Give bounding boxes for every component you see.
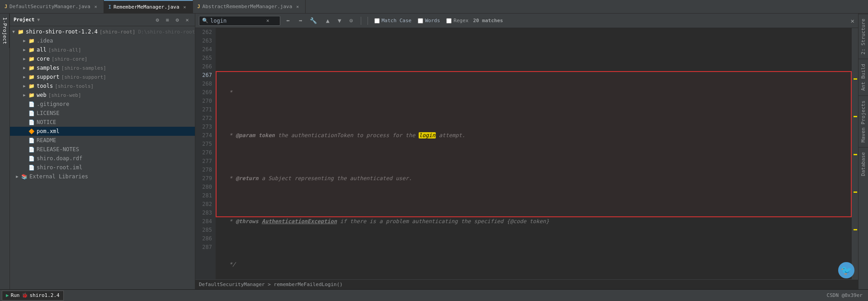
tab-icon-java: J	[5, 4, 7, 9]
tree-arrow[interactable]: ▶	[21, 82, 28, 90]
tree-item-license[interactable]: 📄 LICENSE	[10, 109, 195, 118]
side-panel-structure[interactable]: 2: Structure	[859, 14, 868, 59]
search-regex-option[interactable]: Regex	[444, 17, 470, 24]
tree-label: tools	[37, 83, 53, 89]
tree-arrow-root[interactable]: ▼	[10, 28, 17, 35]
line-num: 283	[199, 209, 212, 217]
bird-icon-button[interactable]: 🐦	[838, 262, 854, 278]
tree-item-release-notes[interactable]: 📄 RELEASE-NOTES	[10, 145, 195, 154]
tree-item-idea[interactable]: ▶ 📁 .idea	[10, 36, 195, 45]
tab-close-button[interactable]: ✕	[294, 4, 301, 10]
line-num: 277	[199, 157, 212, 166]
sidebar-settings-icon[interactable]: ⚙	[153, 16, 161, 24]
tree-item-all[interactable]: ▶ 📁 all [shiro-all]	[10, 45, 195, 54]
search-magnifier-icon[interactable]: 🔍	[202, 18, 208, 24]
file-xml-icon: 🔶	[28, 128, 35, 135]
search-options-button[interactable]: 🔧	[308, 16, 318, 26]
tab-icon-interface: I	[108, 5, 111, 10]
file-icon: 📄	[28, 100, 35, 108]
tab-close-button[interactable]: ✕	[182, 4, 188, 10]
run-label: Run	[11, 292, 20, 298]
sidebar-collapse-icon[interactable]: ≡	[163, 16, 171, 24]
regex-checkbox[interactable]	[446, 18, 452, 24]
code-line-262: *	[219, 88, 848, 97]
tree-label: web	[37, 92, 47, 98]
tree-item-core[interactable]: ▶ 📁 core [shiro-core]	[10, 54, 195, 63]
file-icon: 📄	[28, 110, 35, 117]
sidebar-gear-icon[interactable]: ⚙	[173, 16, 181, 24]
sidebar-panel-project[interactable]: 1-Project	[0, 14, 9, 48]
line-num: 265	[199, 54, 212, 62]
code-content[interactable]: * * @param token the authenticationToken…	[216, 28, 852, 279]
side-panel-ant-build[interactable]: Ant Build	[859, 59, 868, 96]
tree-item-shiro-doap[interactable]: 📄 shiro.doap.rdf	[10, 154, 195, 163]
tree-label-root: shiro-shiro-root-1.2.4	[26, 29, 98, 35]
right-side-panels: 2: Structure Ant Build Maven Projects Da…	[858, 14, 868, 289]
tree-item-notice[interactable]: 📄 NOTICE	[10, 118, 195, 127]
tree-arrow[interactable]: ▶	[21, 46, 28, 53]
tree-item-gitignore[interactable]: 📄 .gitignore	[10, 100, 195, 109]
match-case-checkbox[interactable]	[374, 18, 380, 24]
tab-default-security-manager[interactable]: J DefaultSecurityManager.java ✕	[0, 0, 104, 13]
bottom-tab-run[interactable]: ▶ Run 🐞 shiro1.2.4	[2, 291, 64, 301]
tree-label: RELEASE-NOTES	[37, 146, 79, 153]
search-nav-scroll[interactable]: ⊙	[346, 16, 356, 26]
tree-item-root[interactable]: ▼ 📁 shiro-shiro-root-1.2.4 [shiro-root] …	[10, 27, 195, 36]
search-nav-down[interactable]: ▼	[335, 16, 344, 26]
side-panel-maven[interactable]: Maven Projects	[859, 96, 868, 147]
tab-remember-me-manager[interactable]: I RememberMeManager.java ✕	[104, 0, 193, 13]
tree-item-web[interactable]: ▶ 📁 web [shiro-web]	[10, 91, 195, 100]
search-next-button[interactable]: ➡	[296, 16, 306, 26]
tree-label: shiro.doap.rdf	[37, 155, 82, 162]
search-clear-icon[interactable]: ✕	[266, 18, 269, 24]
line-num: 270	[199, 97, 212, 105]
search-prev-button[interactable]: ⬅	[283, 16, 293, 26]
tree-item-external-libraries[interactable]: ▶ 📚 External Libraries	[10, 172, 195, 181]
sidebar-close-icon[interactable]: ✕	[183, 16, 191, 24]
tree-item-readme[interactable]: 📄 README	[10, 136, 195, 145]
words-checkbox[interactable]	[418, 18, 423, 24]
line-num: 272	[199, 114, 212, 123]
search-match-case-option[interactable]: Match Case	[373, 17, 413, 24]
tree-arrow[interactable]: ▶	[21, 73, 28, 81]
tree-item-samples[interactable]: ▶ 📁 samples [shiro-samples]	[10, 63, 195, 72]
line-num: 263	[199, 37, 212, 45]
tree-item-support[interactable]: ▶ 📁 support [shiro-support]	[10, 72, 195, 81]
search-nav-up[interactable]: ▲	[323, 16, 333, 26]
file-icon: 📄	[28, 164, 35, 171]
search-bar: 🔍 ✕ ⬅ ➡ 🔧 ▲ ▼ ⊙ Match Case	[195, 14, 858, 28]
line-num: 275	[199, 140, 212, 148]
tab-abstract-remember-me-manager[interactable]: J AbstractRememberMeManager.java ✕	[193, 0, 306, 13]
tree-module-tag: [shiro-support]	[61, 74, 106, 80]
code-line-266: */	[219, 260, 848, 269]
search-close-button[interactable]: ✕	[851, 17, 854, 24]
tree-arrow[interactable]: ▶	[21, 91, 28, 99]
tree-module-tag: [shiro-root]	[99, 29, 135, 35]
match-case-label: Match Case	[382, 18, 411, 24]
line-num: 284	[199, 217, 212, 226]
tree-arrow[interactable]: ▶	[21, 55, 28, 62]
scroll-marker	[854, 116, 857, 117]
search-input[interactable]	[210, 18, 264, 24]
tree-label: External Libraries	[29, 173, 88, 180]
tree-item-pom[interactable]: 🔶 pom.xml	[10, 127, 195, 136]
tree-arrow[interactable]: ▶	[21, 37, 28, 44]
editor-scroll[interactable]: 262 263 264 265 266 267 268 269 270 271 …	[195, 28, 852, 279]
line-num: 271	[199, 105, 212, 114]
search-words-option[interactable]: Words	[416, 17, 442, 24]
tree-arrow[interactable]: ▶	[14, 173, 21, 180]
side-panel-database[interactable]: Database	[859, 147, 868, 181]
project-tree: ▼ 📁 shiro-shiro-root-1.2.4 [shiro-root] …	[10, 26, 195, 289]
line-num: 268	[199, 80, 212, 88]
tree-item-tools[interactable]: ▶ 📁 tools [shiro-tools]	[10, 81, 195, 91]
tree-arrow[interactable]: ▶	[21, 64, 28, 72]
line-num: 262	[199, 28, 212, 37]
file-icon: 📄	[28, 146, 35, 153]
tree-label: samples	[37, 65, 60, 71]
tree-root-path: D:\shiro-shiro-root-1.2.4	[138, 29, 195, 35]
line-num: 280	[199, 183, 212, 191]
tab-close-button[interactable]: ✕	[93, 4, 99, 10]
tree-label: .gitignore	[37, 101, 69, 107]
tree-item-shiro-root-iml[interactable]: 📄 shiro-root.iml	[10, 163, 195, 172]
status-right-text: CSDN @0x39er	[827, 292, 863, 298]
